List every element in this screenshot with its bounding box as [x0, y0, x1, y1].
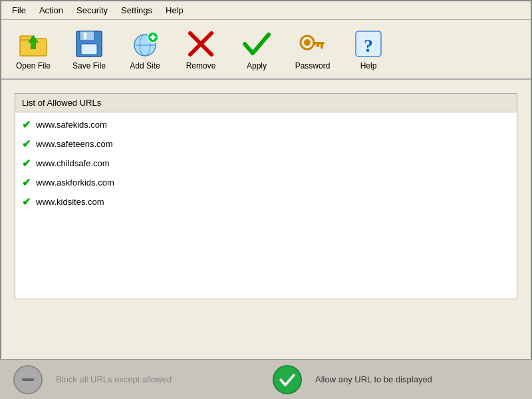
add-site-label: Add Site [130, 61, 160, 70]
help-button[interactable]: ? Help [342, 23, 395, 75]
svg-text:?: ? [364, 35, 373, 56]
password-icon [297, 28, 329, 60]
url-text-1: www.safekids.com [36, 120, 107, 130]
list-item[interactable]: ✔ www.askforkids.com [15, 173, 517, 192]
list-item[interactable]: ✔ www.safeteens.com [15, 134, 517, 154]
save-file-icon [73, 28, 105, 60]
menu-action[interactable]: Action [33, 4, 70, 17]
list-item[interactable]: ✔ www.safekids.com [15, 115, 517, 134]
menu-file[interactable]: File [5, 4, 33, 17]
svg-rect-12 [152, 35, 154, 40]
check-icon-3: ✔ [22, 157, 31, 170]
url-text-5: www.kidsites.com [36, 197, 104, 207]
svg-rect-6 [84, 33, 86, 39]
password-button[interactable]: Password [286, 23, 339, 75]
url-text-4: www.askforkids.com [36, 178, 114, 188]
checkmark-icon [279, 371, 296, 388]
menubar: File Action Security Settings Help [1, 1, 531, 20]
svg-rect-5 [81, 44, 97, 55]
open-file-button[interactable]: Open File [7, 23, 60, 75]
help-icon: ? [352, 28, 384, 60]
url-text-2: www.safeteens.com [36, 139, 113, 149]
svg-rect-19 [317, 45, 319, 47]
add-site-button[interactable]: Add Site [118, 23, 172, 75]
svg-point-16 [304, 39, 311, 46]
svg-rect-18 [321, 45, 323, 49]
bottom-bar: Block all URLs except allowed Allow any … [0, 359, 532, 399]
check-icon-2: ✔ [22, 138, 31, 150]
svg-rect-17 [313, 42, 325, 45]
main-content: List of Allowed URLs ✔ www.safekids.com … [1, 80, 531, 360]
url-text-3: www.childsafe.com [36, 158, 110, 168]
list-item[interactable]: ✔ www.kidsites.com [15, 192, 517, 211]
check-icon-5: ✔ [22, 196, 31, 208]
url-list-body: ✔ www.safekids.com ✔ www.safeteens.com ✔… [15, 112, 517, 214]
save-file-button[interactable]: Save File [63, 23, 116, 75]
menu-security[interactable]: Security [70, 4, 114, 17]
remove-icon [185, 28, 217, 60]
apply-button[interactable]: Apply [230, 23, 283, 75]
minus-icon [22, 378, 34, 381]
menu-settings[interactable]: Settings [114, 4, 159, 17]
svg-rect-4 [80, 31, 94, 41]
url-list-header: List of Allowed URLs [15, 94, 517, 112]
apply-icon [241, 28, 273, 60]
menu-help[interactable]: Help [159, 4, 190, 17]
save-file-label: Save File [72, 61, 106, 70]
block-button[interactable] [13, 365, 43, 394]
toolbar: Open File Save File [1, 20, 531, 80]
open-file-label: Open File [16, 61, 51, 70]
apply-label: Apply [247, 61, 267, 70]
help-label: Help [360, 61, 377, 70]
list-item[interactable]: ✔ www.childsafe.com [15, 154, 517, 173]
allow-label: Allow any URL to be displayed [315, 374, 519, 384]
password-label: Password [295, 61, 331, 70]
url-list-panel: List of Allowed URLs ✔ www.safekids.com … [15, 93, 517, 299]
add-site-icon [129, 28, 161, 60]
remove-button[interactable]: Remove [174, 23, 227, 75]
check-icon-4: ✔ [22, 176, 31, 189]
open-file-icon [17, 28, 49, 60]
check-icon-1: ✔ [22, 118, 31, 131]
block-label: Block all URLs except allowed [56, 374, 259, 384]
remove-label: Remove [186, 61, 216, 70]
allow-button[interactable] [273, 365, 302, 394]
